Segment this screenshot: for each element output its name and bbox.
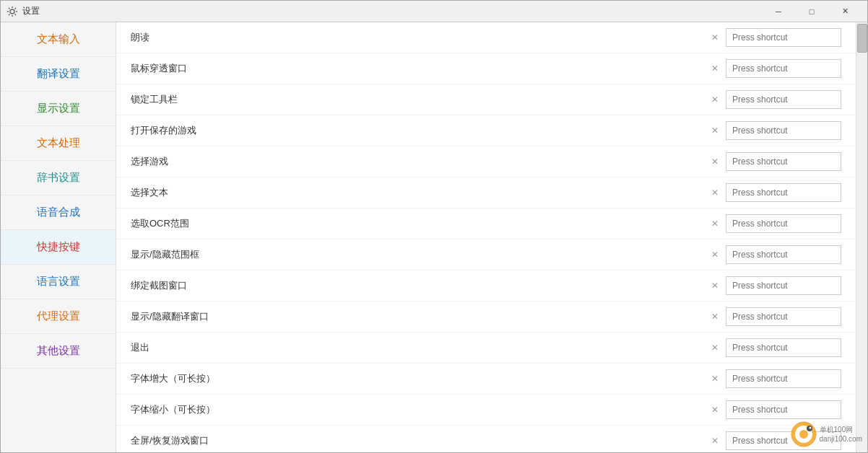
shortcut-input-exit[interactable] xyxy=(726,338,841,357)
sidebar-item-voice-synthesis[interactable]: 语音合成 xyxy=(1,195,116,230)
shortcut-row-select-ocr-range: 选取OCR范围✕ xyxy=(116,208,856,239)
shortcut-clear-bind-screenshot[interactable]: ✕ xyxy=(704,281,726,291)
shortcut-input-font-decrease[interactable] xyxy=(726,400,841,419)
window-title: 设置 xyxy=(22,5,40,17)
sidebar-item-proxy-settings[interactable]: 代理设置 xyxy=(1,299,116,334)
watermark-logo xyxy=(791,421,817,447)
shortcut-clear-font-decrease[interactable]: ✕ xyxy=(704,405,726,415)
settings-icon xyxy=(6,6,18,17)
shortcut-row-select-game: 选择游戏✕ xyxy=(116,146,856,177)
shortcut-clear-font-increase[interactable]: ✕ xyxy=(704,374,726,384)
shortcut-input-show-hide-translate[interactable] xyxy=(726,307,841,326)
content-area: 文本输入翻译设置显示设置文本处理辞书设置语音合成快捷按键语言设置代理设置其他设置… xyxy=(1,22,867,452)
shortcut-name-lock-toolbar: 锁定工具栏 xyxy=(131,93,704,106)
svg-point-0 xyxy=(10,9,14,14)
shortcut-clear-show-hide-range[interactable]: ✕ xyxy=(704,250,726,260)
window-controls: ─ □ ✕ xyxy=(762,1,862,22)
shortcut-name-font-increase: 字体增大（可长按） xyxy=(131,372,704,385)
shortcut-name-fullscreen-restore: 全屏/恢复游戏窗口 xyxy=(131,434,704,447)
close-button[interactable]: ✕ xyxy=(828,1,862,22)
main-window: 设置 ─ □ ✕ 文本输入翻译设置显示设置文本处理辞书设置语音合成快捷按键语言设… xyxy=(0,0,868,453)
shortcut-row-bind-screenshot: 绑定截图窗口✕ xyxy=(116,271,856,302)
shortcut-row-mouse-transparent: 鼠标穿透窗口✕ xyxy=(116,53,856,84)
shortcut-clear-select-ocr-range[interactable]: ✕ xyxy=(704,219,726,229)
sidebar-item-display-settings[interactable]: 显示设置 xyxy=(1,92,116,126)
shortcut-name-bind-screenshot: 绑定截图窗口 xyxy=(131,279,704,292)
sidebar-item-translate-settings[interactable]: 翻译设置 xyxy=(1,57,116,92)
shortcut-input-font-increase[interactable] xyxy=(726,369,841,388)
minimize-button[interactable]: ─ xyxy=(762,1,795,22)
shortcut-input-read-aloud[interactable] xyxy=(726,28,841,47)
shortcut-row-show-hide-range: 显示/隐藏范围框✕ xyxy=(116,239,856,271)
shortcut-row-fullscreen-restore: 全屏/恢复游戏窗口✕ xyxy=(116,426,856,452)
sidebar-item-text-process[interactable]: 文本处理 xyxy=(1,126,116,161)
title-bar-left: 设置 xyxy=(6,5,40,17)
sidebar-item-lang-settings[interactable]: 语言设置 xyxy=(1,265,116,299)
shortcut-row-exit: 退出✕ xyxy=(116,333,856,364)
shortcut-name-open-saved-game: 打开保存的游戏 xyxy=(131,124,704,137)
shortcut-input-show-hide-range[interactable] xyxy=(726,245,841,264)
title-bar: 设置 ─ □ ✕ xyxy=(1,1,867,22)
shortcut-clear-select-game[interactable]: ✕ xyxy=(704,157,726,167)
shortcut-name-read-aloud: 朗读 xyxy=(131,31,704,44)
scrollbar-thumb[interactable] xyxy=(857,24,867,53)
shortcut-clear-read-aloud[interactable]: ✕ xyxy=(704,32,726,43)
shortcut-input-select-ocr-range[interactable] xyxy=(726,214,841,233)
shortcuts-list: 朗读✕鼠标穿透窗口✕锁定工具栏✕打开保存的游戏✕选择游戏✕选择文本✕选取OCR范… xyxy=(116,22,856,452)
shortcut-row-font-increase: 字体增大（可长按）✕ xyxy=(116,364,856,395)
sidebar: 文本输入翻译设置显示设置文本处理辞书设置语音合成快捷按键语言设置代理设置其他设置 xyxy=(1,22,116,452)
sidebar-item-text-input[interactable]: 文本输入 xyxy=(1,22,116,57)
shortcut-name-select-text: 选择文本 xyxy=(131,186,704,199)
shortcut-input-select-game[interactable] xyxy=(726,152,841,171)
shortcut-name-select-game: 选择游戏 xyxy=(131,155,704,168)
shortcut-clear-exit[interactable]: ✕ xyxy=(704,343,726,353)
maximize-button[interactable]: □ xyxy=(795,1,828,22)
shortcut-row-read-aloud: 朗读✕ xyxy=(116,22,856,53)
svg-point-5 xyxy=(809,427,811,429)
svg-point-3 xyxy=(799,430,808,439)
shortcut-input-open-saved-game[interactable] xyxy=(726,121,841,140)
shortcut-name-show-hide-translate: 显示/隐藏翻译窗口 xyxy=(131,310,704,323)
shortcut-clear-open-saved-game[interactable]: ✕ xyxy=(704,126,726,136)
shortcut-input-select-text[interactable] xyxy=(726,183,841,202)
shortcut-clear-mouse-transparent[interactable]: ✕ xyxy=(704,63,726,74)
watermark: 单机100网 danji100.com xyxy=(791,421,862,447)
watermark-text: 单机100网 danji100.com xyxy=(820,425,862,444)
scrollbar[interactable] xyxy=(856,22,867,452)
shortcut-clear-fullscreen-restore[interactable]: ✕ xyxy=(704,436,726,446)
shortcut-row-show-hide-translate: 显示/隐藏翻译窗口✕ xyxy=(116,302,856,333)
shortcut-clear-lock-toolbar[interactable]: ✕ xyxy=(704,94,726,105)
sidebar-item-shortcuts[interactable]: 快捷按键 xyxy=(1,230,116,265)
shortcut-row-lock-toolbar: 锁定工具栏✕ xyxy=(116,84,856,115)
shortcut-name-exit: 退出 xyxy=(131,341,704,354)
shortcut-row-font-decrease: 字体缩小（可长按）✕ xyxy=(116,395,856,426)
sidebar-item-other-settings[interactable]: 其他设置 xyxy=(1,334,116,369)
shortcut-name-font-decrease: 字体缩小（可长按） xyxy=(131,403,704,416)
shortcut-clear-select-text[interactable]: ✕ xyxy=(704,188,726,198)
shortcut-input-mouse-transparent[interactable] xyxy=(726,59,841,78)
sidebar-item-dict-settings[interactable]: 辞书设置 xyxy=(1,161,116,195)
shortcut-name-mouse-transparent: 鼠标穿透窗口 xyxy=(131,62,704,75)
shortcut-name-select-ocr-range: 选取OCR范围 xyxy=(131,217,704,230)
shortcut-clear-show-hide-translate[interactable]: ✕ xyxy=(704,312,726,322)
shortcut-row-open-saved-game: 打开保存的游戏✕ xyxy=(116,115,856,146)
main-content: 朗读✕鼠标穿透窗口✕锁定工具栏✕打开保存的游戏✕选择游戏✕选择文本✕选取OCR范… xyxy=(116,22,856,452)
shortcut-row-select-text: 选择文本✕ xyxy=(116,177,856,208)
shortcut-input-lock-toolbar[interactable] xyxy=(726,90,841,109)
shortcut-input-bind-screenshot[interactable] xyxy=(726,276,841,295)
shortcut-name-show-hide-range: 显示/隐藏范围框 xyxy=(131,248,704,261)
